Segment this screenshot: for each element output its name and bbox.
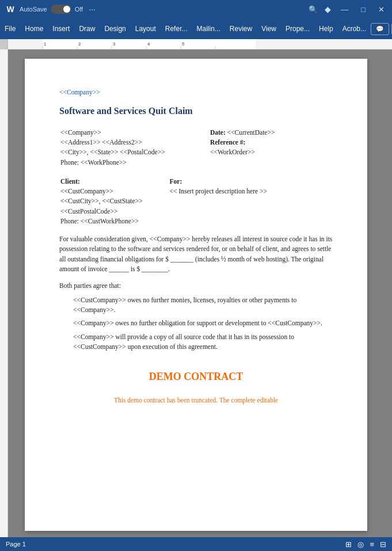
svg-text:1: 1 [44,41,47,47]
search-icon[interactable]: 🔍 [309,5,318,14]
doc-company-field: <<Company>> [60,128,209,138]
doc-company-tag: <<Company>> [59,88,333,97]
page-info: Page 1 [6,541,26,548]
doc-body-paragraph: For valuable consideration given, <<Comp… [59,234,333,274]
layout-icon[interactable]: ≡ [370,540,374,549]
menu-review[interactable]: Review [225,21,257,36]
doc-header-table: <<Company>> <<Address1>> <<Address2>> <<… [59,127,333,169]
comment-icon: 💬 [376,25,384,33]
comment-button[interactable]: 💬 [371,23,389,35]
svg-text:5: 5 [182,41,185,47]
menu-home[interactable]: Home [20,21,48,36]
doc-address-line: <<Address1>> <<Address2>> [60,138,209,147]
doc-left-address: <<Company>> <<Address1>> <<Address2>> <<… [60,128,209,168]
menu-file[interactable]: File [0,21,20,36]
doc-client-table: Client: <<CustCompany>> <<CustCity>>, <<… [59,176,333,227]
toggle-state-label: Off [75,6,83,13]
doc-both-agree: Both parties agree that: [59,281,333,291]
menu-draw[interactable]: Draw [74,21,100,36]
menu-references[interactable]: Refer... [161,21,192,36]
ruler-corner [0,39,8,49]
doc-right-info: Date: <<CurrentDate>> Reference #: <<Wor… [210,128,332,168]
menu-layout[interactable]: Layout [131,21,161,36]
doc-date-label: Date: [210,129,226,136]
toggle-knob [63,6,70,13]
doc-reference-value: <<WorkOrder>> [210,147,332,157]
doc-for-right: For: << Insert project description here … [170,177,332,226]
doc-city-line: <<City>>, <<State>> <<PostalCode>> [60,147,209,157]
autosave-label: AutoSave [20,6,47,13]
menu-mailings[interactable]: Mailin... [192,21,224,36]
doc-client-city: <<CustCity>>, <<CustState>> [60,196,169,206]
maximize-button[interactable]: □ [358,4,368,15]
doc-client-left: Client: <<CustCompany>> <<CustCity>>, <<… [60,177,169,226]
document-page: <<Company>> Software and Services Quit C… [25,59,367,531]
menu-acrobat[interactable]: Acrob... [338,21,371,36]
menu-help[interactable]: Help [314,21,338,36]
focus-icon[interactable]: ◎ [357,540,364,549]
doc-bullet-2: <<Company>> owes no further obligation f… [73,318,333,328]
ruler-inner: 1 2 3 4 5 [8,39,392,49]
doc-for-value: << Insert project description here >> [170,187,332,196]
status-bar-right: ⊞ ◎ ≡ ⊟ [345,540,386,549]
svg-text:3: 3 [113,41,116,47]
menu-view[interactable]: View [257,21,281,36]
main-content-area: <<Company>> Software and Services Quit C… [0,50,392,537]
minimize-button[interactable]: — [338,4,351,15]
more-options-icon[interactable]: ··· [89,5,96,14]
doc-client-phone: Phone: <<CustWorkPhone>> [60,216,169,226]
doc-bullet-1: <<CustCompany>> owes no further monies, … [73,295,333,316]
doc-title: Software and Services Quit Claim [59,104,333,117]
word-icon: W [5,3,16,15]
demo-truncated-label: This demo contract has been truncated. T… [59,396,333,405]
menu-properties[interactable]: Prope... [281,21,314,36]
doc-for-label: For: [170,177,332,187]
menu-design[interactable]: Design [100,21,130,36]
vertical-ruler [0,50,8,537]
title-bar: W AutoSave Off ··· 🔍 ◆ — □ ✕ [0,0,392,18]
zoom-icon[interactable]: ⊟ [380,540,386,549]
page-view-icon[interactable]: ⊞ [345,540,352,549]
autosave-toggle[interactable] [51,5,71,14]
doc-bullet-3: <<Company>> will provide a copy of all s… [73,332,333,352]
title-bar-right: 🔍 ◆ — □ ✕ [309,4,387,15]
doc-bullet-list: <<CustCompany>> owes no further monies, … [73,295,333,352]
horizontal-ruler: 1 2 3 4 5 [0,39,392,50]
doc-client-label: Client: [60,177,169,187]
doc-client-postal: <<CustPostalCode>> [60,207,169,216]
doc-phone-line: Phone: <<WorkPhone>> [60,158,209,168]
status-bar: Page 1 ⊞ ◎ ≡ ⊟ [0,537,392,551]
menu-bar: File Home Insert Draw Design Layout Refe… [0,18,392,39]
demo-contract-label: DEMO CONTRACT [59,369,333,384]
doc-client-company: <<CustCompany>> [60,187,169,196]
menu-bar-right: 💬 ✏ Date: Editing ∨ [371,23,392,35]
close-button[interactable]: ✕ [375,4,387,15]
diamond-icon[interactable]: ◆ [325,5,331,14]
doc-reference-label: Reference #: [210,139,245,146]
doc-date-row: Date: <<CurrentDate>> [210,128,332,138]
doc-reference-row: Reference #: [210,138,332,147]
title-bar-left: W AutoSave Off ··· [5,3,309,15]
menu-insert[interactable]: Insert [48,21,74,36]
doc-date-value: <<CurrentDate>> [227,129,275,136]
svg-text:2: 2 [78,41,81,47]
svg-text:4: 4 [147,41,150,47]
